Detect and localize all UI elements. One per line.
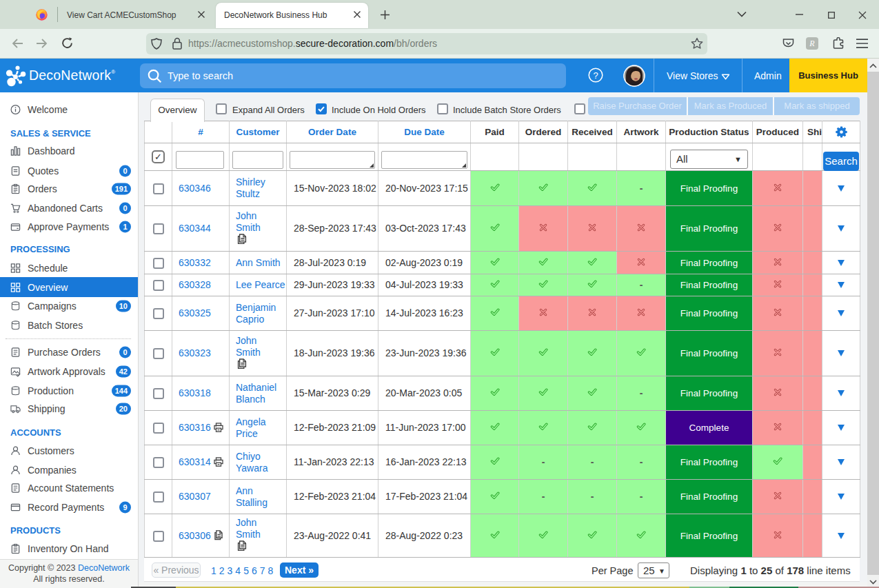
svg-text:?: ? xyxy=(593,70,598,81)
